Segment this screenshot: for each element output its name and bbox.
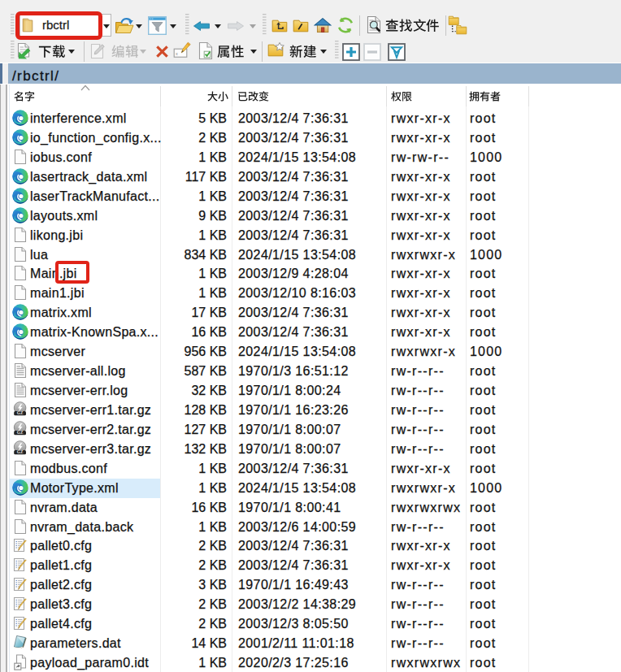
svg-text:GZ: GZ [17, 449, 24, 454]
svg-text:GZ: GZ [17, 430, 24, 435]
svg-text:x: x [176, 51, 178, 56]
svg-text:GZ: GZ [17, 410, 24, 415]
